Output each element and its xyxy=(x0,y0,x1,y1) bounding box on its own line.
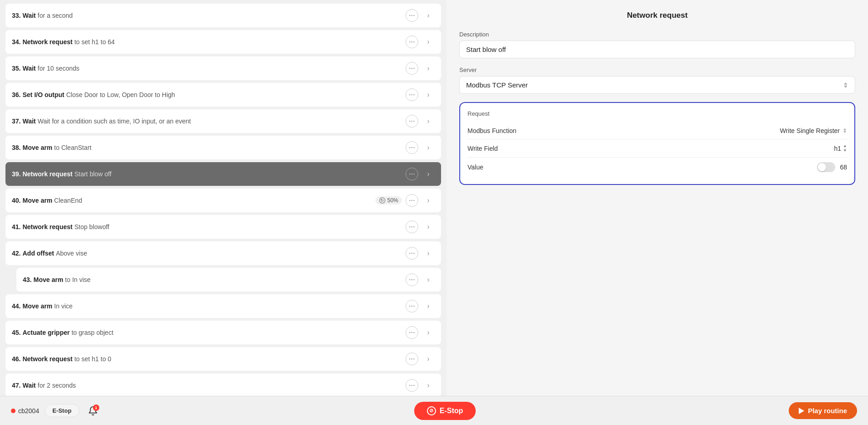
chevron-button-46[interactable]: › xyxy=(422,353,435,365)
more-button-42[interactable]: ··· xyxy=(406,247,418,260)
main-layout: 33. Waitfor a second···›34. Network requ… xyxy=(0,0,868,396)
step-item-44[interactable]: 44. Move armIn vice···› xyxy=(5,294,441,318)
stepper-up[interactable]: ▲ xyxy=(843,144,847,148)
step-type-41: Network request xyxy=(22,223,72,230)
step-type-37: Wait xyxy=(22,118,36,125)
step-number-45: 45. xyxy=(12,329,21,336)
more-button-38[interactable]: ··· xyxy=(406,141,418,154)
step-right-34: ···› xyxy=(406,36,435,48)
step-right-40: ↻50%···› xyxy=(375,194,435,207)
value-toggle-container: 68 xyxy=(817,162,847,172)
value-toggle[interactable] xyxy=(817,162,835,172)
chevron-button-40[interactable]: › xyxy=(422,194,435,207)
server-select[interactable]: Modbus TCP Server ⇕ xyxy=(459,76,855,94)
play-routine-button[interactable]: Play routine xyxy=(789,402,857,419)
server-select-arrow: ⇕ xyxy=(843,82,848,89)
chevron-button-38[interactable]: › xyxy=(422,141,435,154)
chevron-button-43[interactable]: › xyxy=(422,273,435,286)
step-type-46: Network request xyxy=(22,355,72,363)
more-button-43[interactable]: ··· xyxy=(406,273,418,286)
estop-small-button[interactable]: E-Stop xyxy=(45,404,79,417)
step-desc-42: Above vise xyxy=(56,250,87,257)
bottom-left: cb2004 E-Stop 1 xyxy=(11,403,101,419)
step-item-36[interactable]: 36. Set I/O outputClose Door to Low, Ope… xyxy=(5,83,441,107)
chevron-button-37[interactable]: › xyxy=(422,115,435,128)
modbus-function-value-container[interactable]: Write Single Register ⇕ xyxy=(780,127,847,134)
robot-id: cb2004 xyxy=(11,407,39,415)
step-item-45[interactable]: 45. Actuate gripperto grasp object···› xyxy=(5,321,441,344)
server-value: Modbus TCP Server xyxy=(466,81,528,89)
step-number-33: 33. xyxy=(12,12,21,19)
step-type-43: Move arm xyxy=(33,276,63,283)
chevron-button-39[interactable]: › xyxy=(422,168,435,180)
step-right-38: ···› xyxy=(406,141,435,154)
more-button-41[interactable]: ··· xyxy=(406,220,418,233)
more-button-33[interactable]: ··· xyxy=(406,9,418,22)
estop-center-icon: ⊘ xyxy=(427,406,436,415)
step-number-36: 36. xyxy=(12,91,21,98)
more-button-45[interactable]: ··· xyxy=(406,326,418,339)
chevron-button-44[interactable]: › xyxy=(422,300,435,312)
step-left-41: 41. Network requestStop blowoff xyxy=(12,223,406,230)
step-left-36: 36. Set I/O outputClose Door to Low, Ope… xyxy=(12,91,406,98)
more-button-34[interactable]: ··· xyxy=(406,36,418,48)
notification-button[interactable]: 1 xyxy=(85,403,101,419)
step-item-42[interactable]: 42. Add offsetAbove vise···› xyxy=(5,241,441,265)
write-field-value-container[interactable]: h1 ▲ ▼ xyxy=(834,144,847,153)
step-item-33[interactable]: 33. Waitfor a second···› xyxy=(5,4,441,27)
description-input[interactable]: Start blow off xyxy=(459,41,855,58)
play-routine-label: Play routine xyxy=(808,407,847,415)
modbus-function-label: Modbus Function xyxy=(467,127,516,134)
step-left-39: 39. Network requestStart blow off xyxy=(12,170,406,178)
step-type-36: Set I/O output xyxy=(22,91,64,98)
step-desc-44: In vice xyxy=(54,302,72,310)
step-item-43[interactable]: 43. Move armto In vise···› xyxy=(16,268,441,292)
step-number-39: 39. xyxy=(12,170,21,178)
step-item-34[interactable]: 34. Network requestto set h1 to 64···› xyxy=(5,30,441,54)
step-item-39[interactable]: 39. Network requestStart blow off···› xyxy=(5,162,441,186)
step-item-47[interactable]: 47. Waitfor 2 seconds···› xyxy=(5,374,441,396)
panel-title: Network request xyxy=(459,11,855,20)
chevron-button-35[interactable]: › xyxy=(422,62,435,75)
chevron-button-41[interactable]: › xyxy=(422,220,435,233)
estop-center-button[interactable]: ⊘ E-Stop xyxy=(414,402,476,420)
step-number-42: 42. xyxy=(12,250,21,257)
chevron-button-45[interactable]: › xyxy=(422,326,435,339)
value-label: Value xyxy=(467,164,483,171)
step-left-34: 34. Network requestto set h1 to 64 xyxy=(12,38,406,46)
stepper-down[interactable]: ▼ xyxy=(843,148,847,153)
step-desc-39: Start blow off xyxy=(74,170,111,178)
step-item-46[interactable]: 46. Network requestto set h1 to 0···› xyxy=(5,347,441,371)
modbus-function-stepper[interactable]: ⇕ xyxy=(842,128,847,134)
step-right-35: ···› xyxy=(406,62,435,75)
step-desc-47: for 2 seconds xyxy=(38,382,76,389)
more-button-36[interactable]: ··· xyxy=(406,88,418,101)
step-type-45: Actuate gripper xyxy=(22,329,69,336)
progress-icon-40: ↻ xyxy=(379,197,385,204)
modbus-function-row: Modbus Function Write Single Register ⇕ xyxy=(467,123,847,139)
step-number-40: 40. xyxy=(12,197,21,204)
more-button-35[interactable]: ··· xyxy=(406,62,418,75)
chevron-button-42[interactable]: › xyxy=(422,247,435,260)
more-button-40[interactable]: ··· xyxy=(406,194,418,207)
step-desc-46: to set h1 to 0 xyxy=(74,355,111,363)
step-number-41: 41. xyxy=(12,223,21,230)
chevron-button-36[interactable]: › xyxy=(422,88,435,101)
step-item-38[interactable]: 38. Move armto CleanStart···› xyxy=(5,136,441,159)
write-field-stepper[interactable]: ▲ ▼ xyxy=(843,144,847,153)
step-item-41[interactable]: 41. Network requestStop blowoff···› xyxy=(5,215,441,239)
step-item-40[interactable]: 40. Move armCleanEnd↻50%···› xyxy=(5,189,441,212)
step-item-37[interactable]: 37. WaitWait for a condition such as tim… xyxy=(5,109,441,133)
chevron-button-47[interactable]: › xyxy=(422,379,435,392)
more-button-44[interactable]: ··· xyxy=(406,300,418,312)
chevron-button-34[interactable]: › xyxy=(422,36,435,48)
more-button-47[interactable]: ··· xyxy=(406,379,418,392)
chevron-button-33[interactable]: › xyxy=(422,9,435,22)
step-item-35[interactable]: 35. Waitfor 10 seconds···› xyxy=(5,56,441,80)
step-right-37: ···› xyxy=(406,115,435,128)
more-button-39[interactable]: ··· xyxy=(406,168,418,180)
step-number-43: 43. xyxy=(23,276,31,283)
more-button-46[interactable]: ··· xyxy=(406,353,418,365)
progress-badge-40: ↻50% xyxy=(375,196,402,205)
more-button-37[interactable]: ··· xyxy=(406,115,418,128)
